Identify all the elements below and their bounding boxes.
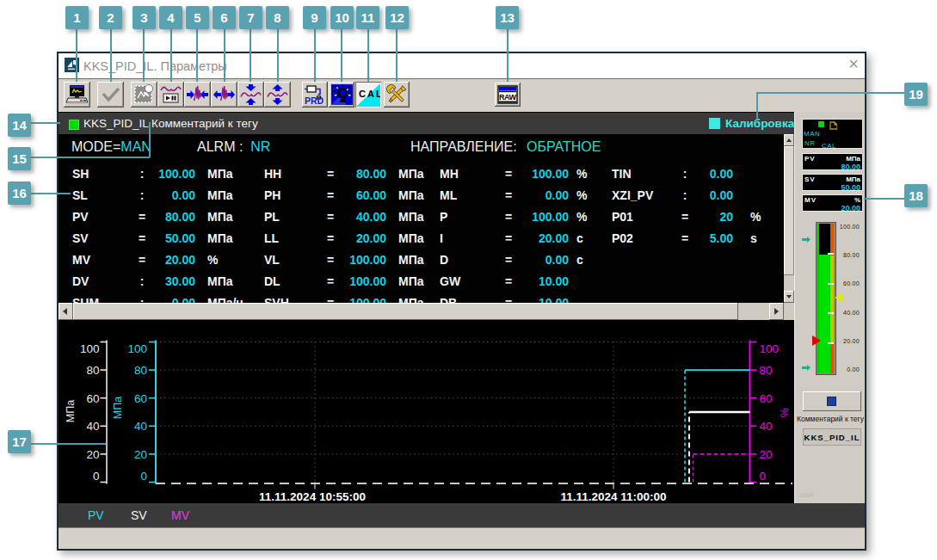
- svg-text:20: 20: [134, 448, 147, 461]
- svg-text:80: 80: [134, 364, 147, 377]
- svg-text:40: 40: [86, 420, 99, 433]
- svg-text:60: 60: [134, 392, 147, 405]
- svg-text:60: 60: [760, 392, 773, 405]
- svg-text:0: 0: [93, 470, 100, 483]
- svg-text:20: 20: [86, 448, 99, 461]
- svg-text:20: 20: [760, 448, 773, 461]
- svg-text:11.11.2024 11:00:00: 11.11.2024 11:00:00: [560, 490, 666, 503]
- svg-text:100: 100: [127, 342, 147, 355]
- svg-text:МПа: МПа: [112, 397, 124, 419]
- svg-text:0: 0: [140, 470, 147, 483]
- svg-text:80: 80: [760, 364, 773, 377]
- svg-text:0: 0: [760, 470, 767, 483]
- svg-text:PRD: PRD: [305, 95, 324, 106]
- svg-text:МПа: МПа: [65, 400, 77, 422]
- svg-text:40: 40: [760, 420, 773, 433]
- svg-text:40: 40: [134, 420, 147, 433]
- svg-text:RAW: RAW: [499, 93, 517, 102]
- svg-text:60: 60: [86, 392, 99, 405]
- svg-text:100: 100: [80, 342, 100, 355]
- svg-text:80: 80: [86, 364, 99, 377]
- svg-text:100: 100: [760, 342, 780, 355]
- svg-text:11.11.2024 10:55:00: 11.11.2024 10:55:00: [259, 490, 366, 503]
- svg-text:%: %: [779, 408, 791, 417]
